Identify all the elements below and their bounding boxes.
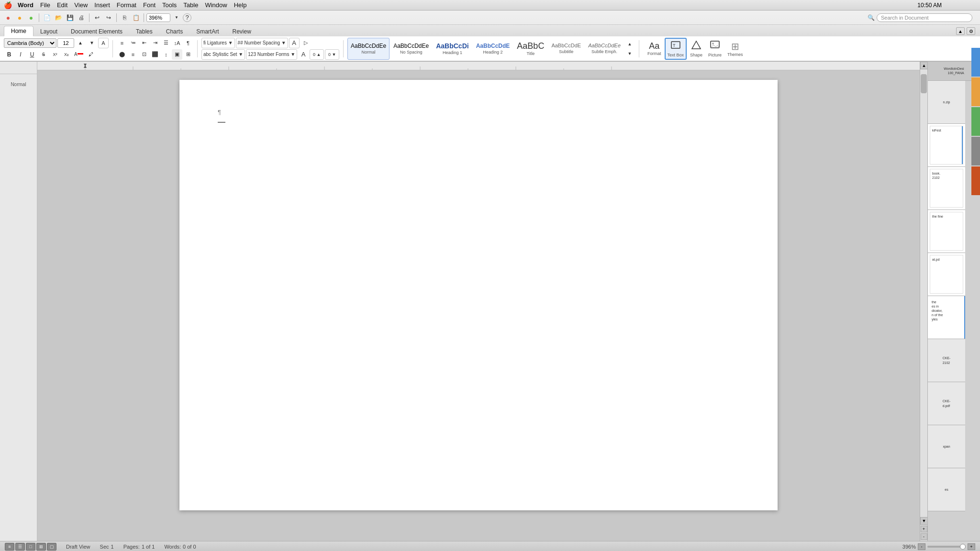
view-page-btn[interactable]: □ <box>26 543 35 551</box>
show-marks[interactable]: ¶ <box>183 38 193 48</box>
tab-orange[interactable] <box>971 77 980 106</box>
apple-menu[interactable]: 🍎 <box>4 1 12 9</box>
spacing-input-down[interactable]: 0 ▼ <box>325 49 339 60</box>
undo-button[interactable]: ↩ <box>92 12 102 23</box>
sidebar-item-es[interactable]: es <box>928 468 965 511</box>
menu-file[interactable]: File <box>40 1 50 9</box>
scroll-up-button[interactable]: ▲ <box>920 62 928 69</box>
tab-gray[interactable] <box>971 137 980 165</box>
underline-button[interactable]: U <box>27 49 37 60</box>
justify-button[interactable]: ⬛ <box>150 49 160 60</box>
strikethrough-button[interactable]: S̶ <box>38 49 49 60</box>
menu-insert[interactable]: Insert <box>94 1 110 9</box>
tab-blue[interactable] <box>971 62 980 77</box>
menu-edit[interactable]: Edit <box>57 1 67 9</box>
menu-word[interactable]: Word <box>18 1 33 9</box>
font-color-2[interactable]: A <box>298 49 309 60</box>
paste-button[interactable]: 📋 <box>131 12 141 23</box>
bullets-button[interactable]: ≡ <box>117 38 127 48</box>
zoom-in-status[interactable]: + <box>968 543 975 550</box>
font-name-select[interactable]: Cambria (Body) <box>4 38 56 48</box>
open-button[interactable]: 📂 <box>53 12 64 23</box>
zoom-out-button[interactable]: - <box>921 533 927 540</box>
multilevel-list[interactable]: ☰ <box>161 38 171 48</box>
menu-help[interactable]: Help <box>234 1 247 9</box>
zoom-slider[interactable] <box>927 546 966 548</box>
decrease-indent[interactable]: ⇤ <box>139 38 149 48</box>
search-doc-input[interactable]: Search in Document <box>877 13 972 22</box>
align-left[interactable]: ⬤ <box>117 49 127 60</box>
sidebar-item-nzip[interactable]: n.zip <box>928 81 965 124</box>
zoom-box[interactable]: 396% <box>146 13 170 22</box>
line-spacing[interactable]: ↕ <box>161 49 171 60</box>
clear-formatting[interactable]: A <box>98 38 109 48</box>
more-btn[interactable]: ▷ <box>301 38 311 48</box>
increase-indent[interactable]: ⇥ <box>150 38 160 48</box>
subscript-button[interactable]: X₂ <box>61 49 72 60</box>
tab-green[interactable] <box>971 107 980 136</box>
style-title[interactable]: AaBbC Title <box>513 38 547 60</box>
borders-button[interactable]: ⊞ <box>183 49 193 60</box>
font-size-input[interactable] <box>57 38 74 48</box>
styles-scroll-up[interactable]: ▲ <box>624 40 635 48</box>
font-size-down[interactable]: ▼ <box>87 38 97 48</box>
menu-font[interactable]: Font <box>143 1 156 9</box>
number-forms-button[interactable]: 123 Number Forms ▼ <box>246 49 297 60</box>
tab-smartart[interactable]: SmartArt <box>189 27 225 36</box>
menu-view[interactable]: View <box>74 1 88 9</box>
redo-button[interactable]: ↪ <box>103 12 114 23</box>
new-button[interactable]: 📄 <box>42 12 52 23</box>
tab-dark-orange[interactable] <box>971 166 980 195</box>
sidebar-item-atpd[interactable]: at.pd <box>928 253 965 296</box>
zoom-dropdown[interactable]: ▼ <box>171 12 182 23</box>
text-format-icon-button[interactable]: Aa Format <box>645 38 664 60</box>
align-right[interactable]: ⊡ <box>139 49 149 60</box>
sort-button[interactable]: ↕A <box>172 38 182 48</box>
tab-charts[interactable]: Charts <box>159 27 189 36</box>
copy-button[interactable]: ⎘ <box>119 12 130 23</box>
scroll-down-button[interactable]: ▼ <box>920 517 928 525</box>
sidebar-item-book[interactable]: book. 2102 <box>928 167 965 210</box>
insert-picture-button[interactable]: Picture <box>706 38 724 60</box>
insert-shape-button[interactable]: Shape <box>688 38 705 60</box>
menu-table[interactable]: Table <box>183 1 198 9</box>
menu-format[interactable]: Format <box>117 1 136 9</box>
style-heading2[interactable]: AaBbCcDdE Heading 2 <box>473 38 513 60</box>
italic-button[interactable]: I <box>15 49 26 60</box>
insert-themes-button[interactable]: ⊞ Themes <box>725 38 746 60</box>
style-subtitle[interactable]: AaBbCcDdE Subtitle <box>548 38 584 60</box>
view-outline-btn[interactable]: ☰ <box>15 543 25 551</box>
font-color-button[interactable]: A <box>73 49 85 60</box>
stylistic-sets[interactable]: abc Stylistic Set ▼ <box>201 49 245 60</box>
spacing-input-up[interactable]: 0 ▲ <box>310 49 324 60</box>
tab-home[interactable]: Home <box>4 26 33 36</box>
tab-layout[interactable]: Layout <box>33 27 64 36</box>
bold-button[interactable]: B <box>4 49 14 60</box>
shading-button[interactable]: ▣ <box>172 49 182 60</box>
zoom-out-status[interactable]: - <box>918 543 925 550</box>
ribbon-collapse-button[interactable]: ▲ <box>956 27 965 35</box>
tab-tables[interactable]: Tables <box>129 27 159 36</box>
close-button[interactable]: ● <box>3 12 13 23</box>
number-spacing-button[interactable]: ## Number Spacing ▼ <box>236 38 288 48</box>
document-scroll-area[interactable]: ¶ — <box>37 70 920 541</box>
document-page[interactable]: ¶ — <box>179 80 778 510</box>
zoom-in-button[interactable]: + <box>921 526 927 532</box>
font-effects-button[interactable]: A <box>289 38 300 48</box>
sidebar-item-thefine[interactable]: the fine <box>928 210 965 253</box>
align-center[interactable]: ≡ <box>128 49 138 60</box>
superscript-button[interactable]: X² <box>50 49 60 60</box>
tab-document-elements[interactable]: Document Elements <box>64 27 129 36</box>
insert-textbox-button[interactable]: T Text Box <box>665 38 687 60</box>
minimize-button[interactable]: ● <box>14 12 25 23</box>
zoom-thumb[interactable] <box>960 544 966 550</box>
menu-window[interactable]: Window <box>205 1 227 9</box>
scrollbar-track[interactable] <box>920 69 927 517</box>
help-button[interactable]: ? <box>183 13 191 22</box>
highlight-button[interactable]: 🖍 <box>86 49 96 60</box>
style-heading1[interactable]: AaBbCcDi Heading 1 <box>433 38 472 60</box>
style-normal[interactable]: AaBbCcDdEe Normal <box>347 38 390 60</box>
font-size-up[interactable]: ▲ <box>75 38 86 48</box>
view-web-btn[interactable]: ⊞ <box>36 543 46 551</box>
styles-scroll-down[interactable]: ▼ <box>624 49 635 58</box>
